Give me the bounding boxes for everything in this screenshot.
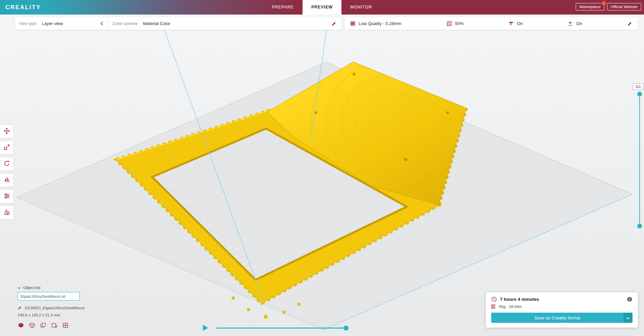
save-as-creality-format-button[interactable]: Save as Creality format: [491, 313, 623, 323]
mirror-tool-button[interactable]: [0, 173, 14, 187]
infill-icon: [447, 21, 452, 26]
layer-playback-bar: [203, 325, 348, 331]
support-setting[interactable]: On: [517, 21, 523, 26]
object-actions: [18, 322, 85, 329]
spool-icon: [491, 304, 496, 309]
mirror-icon: [3, 176, 10, 184]
support-blocker-icon: [3, 209, 10, 217]
creality-logo: CREALITY: [5, 4, 41, 11]
quality-icon: [350, 21, 356, 26]
per-model-settings-button[interactable]: [0, 189, 14, 203]
marketplace-button[interactable]: Marketplace 1: [576, 3, 604, 10]
color-scheme-value[interactable]: Material Color: [143, 21, 170, 26]
duplicate-model-icon[interactable]: [40, 322, 47, 329]
rotate-icon: [3, 160, 10, 168]
adhesion-icon: [568, 21, 573, 26]
view-settings-toolbar: View type Layer view Color scheme Materi…: [15, 17, 638, 30]
model-tools-toolbar: [0, 125, 14, 220]
viewport-3d[interactable]: [0, 15, 644, 336]
current-layer-indicator: 111: [633, 83, 643, 90]
layer-slider-bottom-handle[interactable]: [637, 224, 642, 228]
info-icon[interactable]: [627, 296, 633, 302]
adhesion-setting[interactable]: On: [576, 21, 582, 26]
scale-icon: [3, 144, 10, 152]
clock-icon: [491, 296, 497, 302]
view-type-panel[interactable]: View type Layer view: [15, 17, 108, 30]
edit-print-settings-icon[interactable]: [627, 21, 633, 26]
support-icon: [509, 21, 514, 26]
view-type-value[interactable]: Layer view: [42, 21, 63, 26]
infill-setting[interactable]: 50%: [455, 21, 464, 26]
grid-cube-icon[interactable]: [62, 322, 69, 329]
app-header: CREALITY PREPARE PREVIEW MONITOR Marketp…: [0, 0, 644, 15]
play-icon[interactable]: [203, 325, 208, 331]
cube-outline-icon[interactable]: [29, 322, 35, 329]
object-list-toggle[interactable]: Object list: [18, 286, 85, 290]
path-playback-slider[interactable]: [216, 328, 348, 329]
chevron-down-icon: [626, 315, 630, 321]
scale-tool-button[interactable]: [0, 141, 14, 155]
quality-setting[interactable]: Low Quality - 0.28mm: [359, 21, 401, 26]
edit-color-scheme-icon[interactable]: [331, 21, 337, 26]
playback-slider-handle[interactable]: [343, 326, 349, 331]
tab-prepare[interactable]: PREPARE: [263, 0, 302, 15]
move-icon: [3, 128, 10, 136]
object-list-title: Object list: [23, 286, 41, 290]
layer-range-slider[interactable]: [639, 94, 640, 226]
print-summary-card: 7 hours 4 minutes 55g · 18.54m Save as C…: [486, 292, 638, 328]
move-tool-button[interactable]: [0, 125, 14, 138]
mode-tabs: PREPARE PREVIEW MONITOR: [263, 0, 381, 15]
official-website-button[interactable]: Official Website: [607, 3, 641, 10]
collapse-panel-icon[interactable]: [100, 21, 103, 26]
object-list-panel: Object list CE3NEO_Elgato15KeyDeskMount …: [18, 286, 85, 329]
view-type-label: View type: [19, 21, 37, 26]
color-scheme-panel[interactable]: Color scheme Material Color: [108, 17, 341, 30]
support-blocker-button[interactable]: [0, 206, 14, 220]
cube-solid-icon[interactable]: [18, 322, 24, 329]
build-plate-scene[interactable]: [0, 15, 644, 336]
edit-profile-icon[interactable]: [18, 306, 22, 310]
material-usage: 55g · 18.54m: [499, 305, 522, 309]
print-settings-panel[interactable]: Low Quality - 0.28mm 50% On On: [344, 17, 638, 30]
layer-slider-top-handle[interactable]: [637, 92, 642, 96]
per-model-settings-icon: [3, 193, 10, 201]
rotate-tool-button[interactable]: [0, 157, 14, 171]
tab-monitor[interactable]: MONITOR: [341, 0, 381, 15]
save-options-dropdown[interactable]: [623, 313, 633, 323]
model-dimensions: 140.6 x 130.2 x 31.3 mm: [18, 313, 85, 317]
add-cube-icon[interactable]: [51, 322, 58, 329]
tab-preview[interactable]: PREVIEW: [303, 0, 341, 15]
object-file-input[interactable]: [18, 292, 80, 300]
print-time: 7 hours 4 minutes: [500, 297, 539, 302]
printer-profile-name: CE3NEO_Elgato15KeyDeskMount: [25, 306, 85, 310]
color-scheme-label: Color scheme: [113, 21, 138, 26]
chevron-down-icon: [18, 286, 21, 290]
notification-badge: 1: [601, 1, 606, 6]
